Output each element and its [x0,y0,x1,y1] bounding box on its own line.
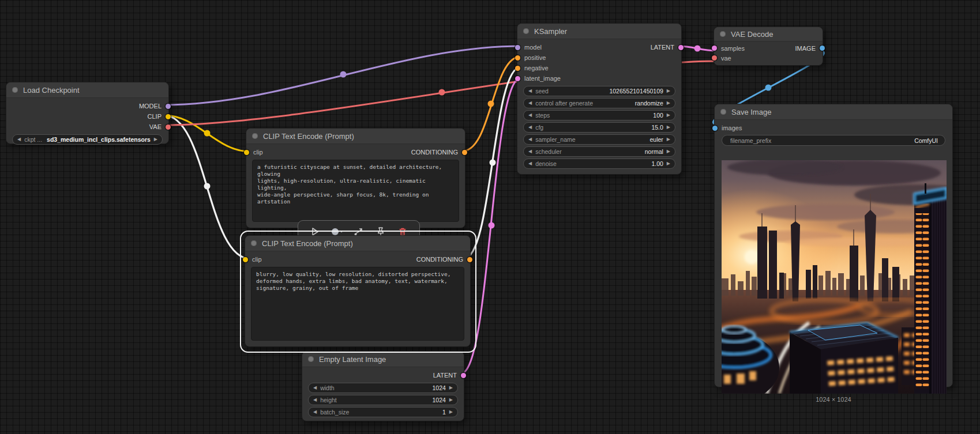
node-header[interactable]: Save Image [715,104,952,120]
model-output-dot[interactable] [166,104,171,109]
decrement-icon[interactable]: ◀ [313,386,317,390]
model-input-dot[interactable] [515,45,520,50]
node-title: Save Image [731,108,771,116]
conditioning-output-dot[interactable] [462,150,467,155]
link-dot-clip-negative [204,183,211,190]
node-load-checkpoint[interactable]: Load Checkpoint MODEL CLIP VAE [6,82,169,144]
output-slot-image[interactable]: IMAGE [795,45,822,52]
samples-input-dot[interactable] [712,46,717,51]
width-widget[interactable]: ◀ width 1024 ▶ [308,383,458,393]
increment-icon[interactable]: ▶ [449,410,453,414]
latent-output-dot[interactable] [678,45,684,50]
decrement-icon[interactable]: ◀ [313,398,317,402]
node-clip-encode-positive[interactable]: CLIP Text Encode (Prompt) clip CONDITION… [246,128,465,228]
node-canvas[interactable]: Load Checkpoint MODEL CLIP VAE [0,0,980,434]
output-slot-conditioning[interactable]: CONDITIONING [411,149,464,156]
output-slot-model[interactable]: MODEL [139,103,168,110]
positive-prompt-textarea[interactable]: a futuristic cityscape at sunset, detail… [252,160,459,222]
collapse-dot[interactable] [523,28,529,34]
scheduler-widget[interactable]: ◀ scheduler normal ▶ [523,146,675,157]
control-after-generate-widget[interactable]: ◀ control after generate randomize ▶ [523,98,675,108]
collapse-dot[interactable] [308,356,314,362]
filename-prefix-widget[interactable]: filename_prefix ComfyUI [722,135,945,146]
vae-input-dot[interactable] [712,55,717,61]
node-header[interactable]: VAE Decode [714,27,823,41]
collapse-dot[interactable] [720,31,726,37]
node-header[interactable]: Empty Latent Image [302,352,464,367]
node-header[interactable]: Load Checkpoint [6,82,168,98]
increment-icon[interactable]: ▶ [667,137,670,142]
input-slot-samples[interactable]: samples [715,45,745,52]
generated-image-preview [722,160,947,394]
increment-icon[interactable]: ▶ [667,113,670,118]
increment-icon[interactable]: ▶ [667,149,670,154]
collapse-dot[interactable] [252,133,258,139]
node-save-image[interactable]: Save Image images filename_prefix ComfyU… [714,104,953,387]
latent-image-input-dot[interactable] [515,76,520,81]
steps-widget[interactable]: ◀ steps 100 ▶ [523,110,675,120]
collapse-dot[interactable] [720,109,726,115]
link-dot-model [340,71,347,78]
node-header[interactable]: CLIP Text Encode (Prompt) [245,236,470,251]
conditioning-output-dot[interactable] [467,257,472,262]
node-clip-encode-negative[interactable]: CLIP Text Encode (Prompt) clip CONDITION… [245,235,471,347]
clip-input-dot[interactable] [244,150,249,155]
input-slot-latent-image[interactable]: latent_image [518,75,561,82]
collapse-dot[interactable] [12,87,18,93]
output-slot-vae[interactable]: VAE [149,123,168,130]
ckpt-name-widget[interactable]: ◀ ckpt ... sd3_medium_incl_clips.safeten… [12,134,163,145]
clip-output-dot[interactable] [166,114,171,119]
increment-icon[interactable]: ▶ [449,398,453,402]
link-dot-latent-in [489,222,495,229]
node-title: CLIP Text Encode (Prompt) [262,239,353,248]
output-slot-latent[interactable]: LATENT [651,44,681,51]
node-empty-latent-image[interactable]: Empty Latent Image LATENT ◀ width 1024 ▶… [302,351,464,421]
increment-icon[interactable]: ▶ [449,386,453,390]
node-ksampler[interactable]: KSampler model LATENT positive [517,23,682,175]
node-title: VAE Decode [731,30,773,39]
output-slot-latent[interactable]: LATENT [433,372,463,379]
increment-icon[interactable]: ▶ [667,161,670,166]
increment-icon[interactable]: ▶ [667,101,670,105]
decrement-icon[interactable]: ◀ [528,137,532,142]
output-slot-conditioning[interactable]: CONDITIONING [416,256,470,263]
denoise-widget[interactable]: ◀ denoise 1.00 ▶ [523,158,675,169]
negative-input-dot[interactable] [515,66,520,71]
decrement-icon[interactable]: ◀ [528,125,532,130]
input-slot-vae[interactable]: vae [715,55,731,62]
clip-input-dot[interactable] [243,257,248,262]
node-header[interactable]: KSampler [517,24,681,39]
vae-output-dot[interactable] [166,124,171,130]
node-vae-decode[interactable]: VAE Decode samples IMAGE vae [714,27,823,66]
negative-prompt-textarea[interactable]: blurry, low quality, low resolution, dis… [251,267,464,341]
decrement-icon[interactable]: ◀ [528,149,532,154]
decrement-icon[interactable]: ◀ [528,161,532,166]
decrement-icon[interactable]: ◀ [528,113,532,118]
increment-icon[interactable]: ▶ [154,137,157,142]
latent-output-dot[interactable] [461,373,466,378]
node-header[interactable]: CLIP Text Encode (Prompt) [246,129,465,144]
output-slot-clip[interactable]: CLIP [148,113,168,120]
input-slot-negative[interactable]: negative [518,65,549,71]
images-input-dot[interactable] [712,126,718,131]
batch-size-widget[interactable]: ◀ batch_size 1 ▶ [308,407,458,417]
decrement-icon[interactable]: ◀ [313,410,317,414]
cfg-widget[interactable]: ◀ cfg 15.0 ▶ [523,122,675,133]
image-output-dot[interactable] [820,46,825,51]
height-widget[interactable]: ◀ height 1024 ▶ [308,395,458,405]
input-slot-images[interactable]: images [715,124,742,131]
collapse-dot[interactable] [251,240,257,246]
increment-icon[interactable]: ▶ [667,125,670,130]
positive-input-dot[interactable] [515,55,520,61]
increment-icon[interactable]: ▶ [667,89,670,93]
decrement-icon[interactable]: ◀ [528,101,532,105]
decrement-icon[interactable]: ◀ [528,89,532,93]
input-slot-clip[interactable]: clip [246,256,262,263]
decrement-icon[interactable]: ◀ [17,137,21,142]
seed-widget[interactable]: ◀ seed 1026552101450109 ▶ [523,86,675,96]
sampler-name-widget[interactable]: ◀ sampler_name euler ▶ [523,134,675,145]
input-slot-model[interactable]: model [518,44,542,51]
input-slot-positive[interactable]: positive [518,54,546,61]
node-title: CLIP Text Encode (Prompt) [263,132,354,141]
input-slot-clip[interactable]: clip [247,149,263,156]
